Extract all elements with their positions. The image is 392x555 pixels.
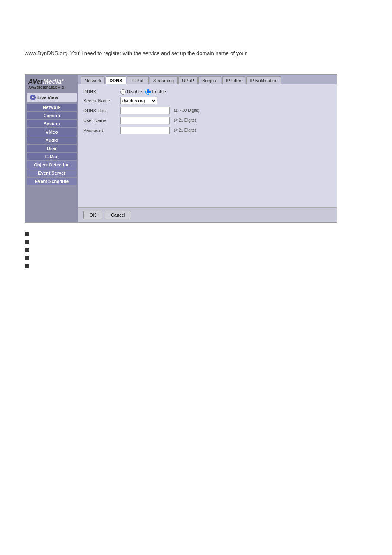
server-name-label: Server Name [83, 98, 120, 103]
tab-ip-filter[interactable]: IP Filter [222, 76, 245, 84]
bullet-item-5 [25, 262, 367, 268]
bullet-square-4 [25, 256, 29, 260]
bullet-item-1 [25, 231, 367, 236]
content-spacer [83, 136, 332, 202]
server-name-select[interactable]: dyndns.org no-ip.com [120, 97, 157, 104]
ddns-radio-group: Disable Enable [120, 89, 166, 95]
ddns-label: DDNS [83, 89, 120, 94]
ddns-host-row: DDNS Host (1 ~ 30 Digits) [83, 107, 332, 114]
bullet-square-1 [25, 232, 29, 236]
tab-streaming[interactable]: Streaming [150, 76, 178, 84]
sidebar-item-event-schedule[interactable]: Event Schedule [27, 178, 77, 185]
ddns-host-input[interactable] [120, 107, 170, 114]
password-hint: (< 21 Digits) [174, 128, 196, 132]
ok-button[interactable]: OK [83, 211, 102, 219]
sidebar-item-video[interactable]: Video [27, 128, 77, 136]
sidebar-item-camera[interactable]: Camera [27, 112, 77, 119]
ddns-enable-option[interactable]: Enable [145, 89, 166, 95]
password-row: Password (< 21 Digits) [83, 127, 332, 134]
logo-model: AVerDICISP181CH-D [28, 86, 75, 90]
bullet-square-5 [25, 264, 29, 268]
tab-pppoe[interactable]: PPPoE [127, 76, 149, 84]
user-name-hint: (< 21 Digits) [174, 118, 196, 123]
bullet-square-3 [25, 248, 29, 252]
ddns-row: DDNS Disable Enable [83, 89, 332, 95]
user-name-input[interactable] [120, 117, 170, 124]
ddns-host-hint: (1 ~ 30 Digits) [174, 108, 200, 113]
sidebar-item-event-server[interactable]: Event Server [27, 169, 77, 177]
server-name-value: dyndns.org no-ip.com [120, 97, 157, 104]
sidebar-item-object-detection[interactable]: Object Detection [27, 161, 77, 169]
ddns-host-label: DDNS Host [83, 108, 120, 113]
main-content: Network DDNS PPPoE Streaming UPnP Bonjou… [78, 75, 337, 222]
bullet-list [25, 231, 367, 268]
app-container: AVerMedia® AVerDICISP181CH-D ▶ Live View… [25, 74, 337, 223]
tab-bonjour[interactable]: Bonjour [198, 76, 221, 84]
ddns-disable-radio[interactable] [120, 89, 126, 95]
user-name-row: User Name (< 21 Digits) [83, 117, 332, 124]
bullet-item-3 [25, 247, 367, 252]
sidebar-live-view[interactable]: ▶ Live View [27, 93, 77, 102]
sidebar-item-user[interactable]: User [27, 145, 77, 152]
password-label: Password [83, 128, 120, 133]
sidebar-item-network[interactable]: Network [27, 104, 77, 111]
tab-ddns[interactable]: DDNS [106, 76, 126, 84]
tab-upnp[interactable]: UPnP [178, 76, 198, 84]
sidebar-item-email[interactable]: E-Mail [27, 153, 77, 160]
cancel-button[interactable]: Cancel [105, 211, 131, 219]
live-view-icon: ▶ [30, 95, 36, 100]
user-name-value: (< 21 Digits) [120, 117, 196, 124]
bullet-item-4 [25, 254, 367, 260]
server-name-row: Server Name dyndns.org no-ip.com [83, 97, 332, 104]
live-view-label: Live View [37, 95, 58, 100]
sidebar: AVerMedia® AVerDICISP181CH-D ▶ Live View… [25, 75, 78, 222]
ddns-disable-option[interactable]: Disable [120, 89, 142, 95]
sidebar-item-system[interactable]: System [27, 120, 77, 127]
sidebar-item-audio[interactable]: Audio [27, 136, 77, 144]
sidebar-logo: AVerMedia® AVerDICISP181CH-D [25, 75, 78, 91]
password-input[interactable] [120, 127, 170, 134]
ddns-enable-radio[interactable] [145, 89, 151, 95]
intro-text: www.DynDNS.org. You'll need to register … [0, 0, 392, 66]
ddns-host-value: (1 ~ 30 Digits) [120, 107, 200, 114]
bullet-square-2 [25, 240, 29, 244]
content-area: DDNS Disable Enable Server Nam [78, 84, 337, 207]
tab-network[interactable]: Network [81, 76, 105, 84]
bullet-item-2 [25, 239, 367, 244]
ddns-form: DDNS Disable Enable Server Nam [83, 89, 332, 134]
tab-ip-notification[interactable]: IP Notification [246, 76, 281, 84]
password-value: (< 21 Digits) [120, 127, 196, 134]
user-name-label: User Name [83, 118, 120, 123]
button-bar: OK Cancel [78, 207, 337, 222]
tab-bar: Network DDNS PPPoE Streaming UPnP Bonjou… [78, 75, 337, 84]
logo-brand: AVerMedia® [28, 78, 75, 86]
